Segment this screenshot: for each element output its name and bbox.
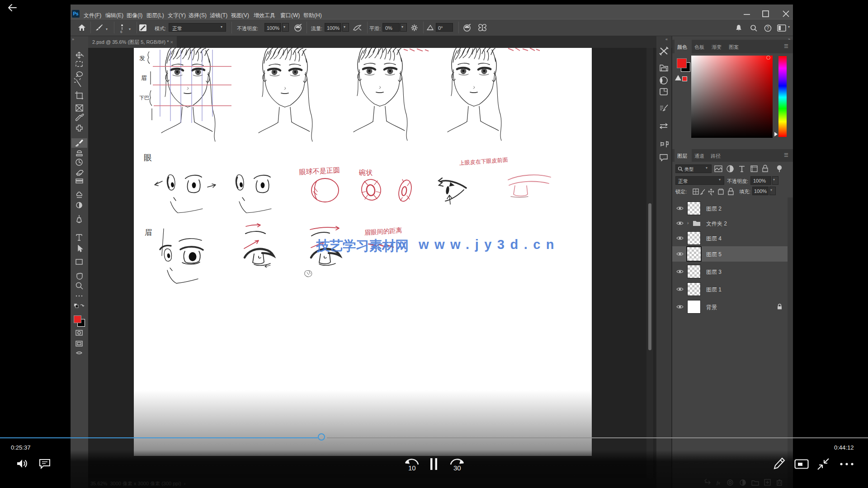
svg-text:?: ? [767,26,769,31]
svg-text:碗状: 碗状 [359,169,373,176]
svg-text:下巴: 下巴 [139,95,149,100]
svg-text:眼: 眼 [144,153,152,162]
svg-text:30: 30 [453,464,461,471]
svg-text:上眼皮在下眼皮前面: 上眼皮在下眼皮前面 [459,156,508,166]
svg-text:发: 发 [139,55,145,61]
svg-text:眉眼间的距离: 眉眼间的距离 [364,226,402,236]
svg-text:眼球不是正圆: 眼球不是正圆 [299,166,340,176]
svg-text:眉: 眉 [141,75,147,81]
svg-text:10: 10 [408,464,416,471]
svg-text:眉: 眉 [145,229,152,236]
